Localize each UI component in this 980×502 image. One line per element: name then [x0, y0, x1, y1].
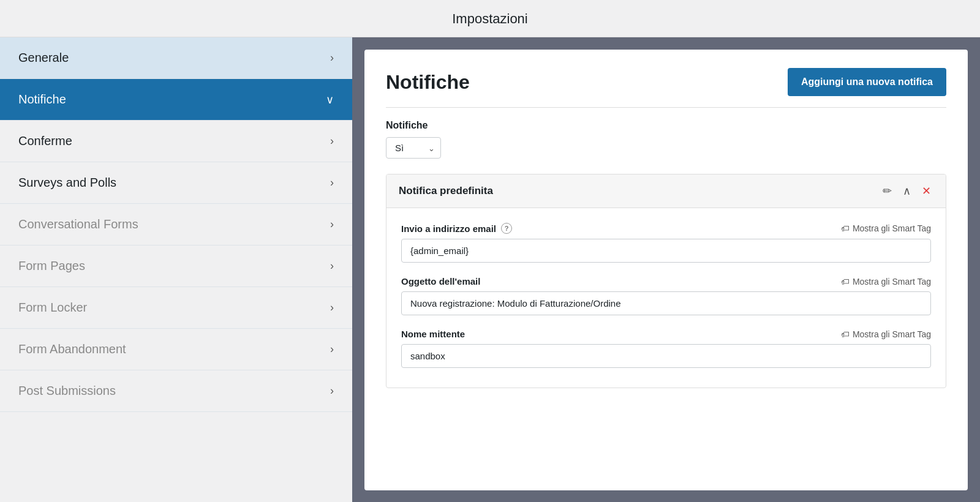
sidebar-item-label: Form Abandonment [18, 342, 126, 356]
collapse-notification-button[interactable]: ∧ [900, 184, 913, 198]
field-label-subject: Oggetto dell'email [401, 276, 480, 287]
content-panel: Notifiche Aggiungi una nuova notifica No… [364, 50, 968, 490]
sidebar-item-label: Surveys and Polls [18, 176, 116, 190]
notification-card-title: Notifica predefinita [399, 185, 493, 197]
chevron-icon: › [330, 343, 334, 356]
sidebar-item-label: Generale [18, 51, 69, 65]
sidebar-item-conversational[interactable]: Conversational Forms› [0, 204, 352, 245]
field-input-email[interactable] [401, 239, 931, 263]
notification-card-actions: ✏ ∧ ✕ [880, 184, 933, 198]
sidebar-item-label: Notifiche [18, 92, 66, 107]
notifications-select-wrapper: SìNo ⌄ [386, 137, 441, 159]
tag-icon: 🏷 [841, 223, 850, 233]
field-row-subject: Oggetto dell'email🏷 Mostra gli Smart Tag [401, 276, 931, 315]
sidebar-item-form-abandonment[interactable]: Form Abandonment› [0, 329, 352, 370]
edit-notification-button[interactable]: ✏ [880, 184, 894, 198]
sidebar-item-form-locker[interactable]: Form Locker› [0, 287, 352, 329]
chevron-icon: › [330, 176, 334, 189]
chevron-icon: › [330, 260, 334, 272]
help-icon-email[interactable]: ? [501, 223, 512, 234]
sidebar-item-label: Form Locker [18, 301, 87, 315]
chevron-icon: › [330, 51, 334, 64]
chevron-icon: ∨ [326, 93, 334, 107]
content-area: Notifiche Aggiungi una nuova notifica No… [352, 37, 980, 502]
chevron-icon: › [330, 301, 334, 314]
field-input-subject[interactable] [401, 291, 931, 315]
smart-tag-label-sender_name: Mostra gli Smart Tag [853, 329, 931, 339]
notification-card-body: Invio a indirizzo email?🏷 Mostra gli Sma… [386, 208, 946, 388]
chevron-icon: › [330, 135, 334, 148]
smart-tag-link-email[interactable]: 🏷 Mostra gli Smart Tag [841, 223, 931, 233]
notifications-section-label: Notifiche [386, 120, 946, 131]
panel-title: Notifiche [386, 71, 470, 94]
field-row-email: Invio a indirizzo email?🏷 Mostra gli Sma… [401, 223, 931, 263]
chevron-icon: › [330, 384, 334, 397]
delete-notification-button[interactable]: ✕ [919, 184, 933, 198]
tag-icon: 🏷 [841, 277, 850, 287]
main-layout: Generale›Notifiche∨Conferme›Surveys and … [0, 37, 980, 502]
sidebar: Generale›Notifiche∨Conferme›Surveys and … [0, 37, 352, 502]
add-notification-button[interactable]: Aggiungi una nuova notifica [788, 68, 946, 96]
sidebar-item-post-submissions[interactable]: Post Submissions› [0, 370, 352, 412]
sidebar-item-label: Form Pages [18, 259, 85, 273]
notification-card: Notifica predefinita ✏ ∧ ✕ Invio a indir… [386, 174, 946, 388]
sidebar-item-conferme[interactable]: Conferme› [0, 121, 352, 162]
sidebar-item-form-pages[interactable]: Form Pages› [0, 245, 352, 287]
field-label-sender_name: Nome mittente [401, 329, 465, 339]
sidebar-item-notifiche[interactable]: Notifiche∨ [0, 79, 352, 121]
sidebar-item-surveys[interactable]: Surveys and Polls› [0, 162, 352, 204]
sidebar-item-label: Conversational Forms [18, 217, 138, 231]
sidebar-item-label: Conferme [18, 134, 72, 148]
sidebar-item-generale[interactable]: Generale› [0, 37, 352, 79]
page-title: Impostazioni [0, 0, 980, 37]
sidebar-item-label: Post Submissions [18, 384, 116, 398]
panel-header: Notifiche Aggiungi una nuova notifica [386, 68, 946, 108]
smart-tag-label-email: Mostra gli Smart Tag [853, 223, 931, 233]
notifications-select[interactable]: SìNo [386, 137, 441, 159]
field-label-email: Invio a indirizzo email [401, 223, 496, 234]
notification-card-header: Notifica predefinita ✏ ∧ ✕ [386, 174, 946, 208]
tag-icon: 🏷 [841, 329, 850, 339]
smart-tag-link-sender_name[interactable]: 🏷 Mostra gli Smart Tag [841, 329, 931, 339]
field-row-sender_name: Nome mittente🏷 Mostra gli Smart Tag [401, 329, 931, 368]
chevron-icon: › [330, 218, 334, 231]
field-input-sender_name[interactable] [401, 344, 931, 368]
smart-tag-label-subject: Mostra gli Smart Tag [853, 277, 931, 287]
smart-tag-link-subject[interactable]: 🏷 Mostra gli Smart Tag [841, 277, 931, 287]
